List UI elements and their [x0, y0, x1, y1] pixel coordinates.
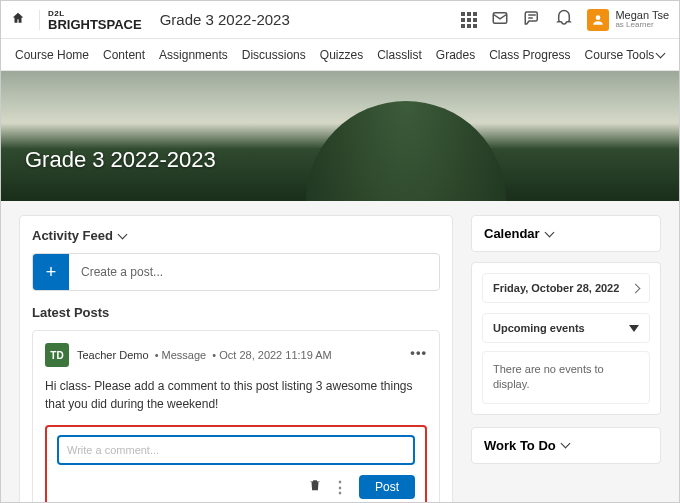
plus-icon: + — [33, 254, 69, 290]
calendar-date: Friday, October 28, 2022 — [493, 282, 619, 294]
calendar-body: Friday, October 28, 2022 Upcoming events… — [471, 262, 661, 415]
work-to-do-title: Work To Do — [484, 438, 556, 453]
course-title-top: Grade 3 2022-2023 — [160, 11, 290, 28]
latest-posts-heading: Latest Posts — [32, 305, 440, 320]
calendar-date-row[interactable]: Friday, October 28, 2022 — [482, 273, 650, 303]
notifications-icon[interactable] — [555, 9, 573, 31]
top-bar: D2L BRIGHTSPACE Grade 3 2022-2023 Megan … — [1, 1, 679, 39]
create-post-box[interactable]: + Create a post... — [32, 253, 440, 291]
nav-course-tools[interactable]: Course Tools — [585, 48, 665, 62]
caret-down-icon — [629, 325, 639, 332]
logo-bottom: BRIGHTSPACE — [48, 18, 142, 31]
nav-grades[interactable]: Grades — [436, 48, 475, 62]
course-nav: Course Home Content Assignments Discussi… — [1, 39, 679, 71]
home-icon[interactable] — [11, 11, 31, 29]
post-author-avatar: TD — [45, 343, 69, 367]
post-timestamp: Oct 28, 2022 11:19 AM — [219, 349, 332, 361]
nav-course-home[interactable]: Course Home — [15, 48, 89, 62]
no-events-message: There are no events to display. — [482, 351, 650, 404]
user-role: as Learner — [615, 21, 669, 30]
nav-class-progress[interactable]: Class Progress — [489, 48, 570, 62]
calendar-header[interactable]: Calendar — [471, 215, 661, 252]
nav-discussions[interactable]: Discussions — [242, 48, 306, 62]
brightspace-logo[interactable]: D2L BRIGHTSPACE — [48, 10, 142, 30]
post-author: Teacher Demo — [77, 349, 149, 361]
upcoming-label: Upcoming events — [493, 322, 585, 334]
activity-feed-title: Activity Feed — [32, 228, 113, 243]
post-meta: Teacher Demo • Message • Oct 28, 2022 11… — [77, 349, 332, 361]
top-icon-group — [461, 9, 573, 31]
divider — [39, 10, 40, 30]
nav-assignments[interactable]: Assignments — [159, 48, 228, 62]
nav-quizzes[interactable]: Quizzes — [320, 48, 363, 62]
post-type: Message — [162, 349, 207, 361]
activity-feed-header[interactable]: Activity Feed — [32, 228, 440, 243]
upcoming-events-toggle[interactable]: Upcoming events — [482, 313, 650, 343]
nav-classlist[interactable]: Classlist — [377, 48, 422, 62]
banner-title: Grade 3 2022-2023 — [25, 147, 216, 173]
activity-feed-panel: Activity Feed + Create a post... Latest … — [19, 215, 453, 503]
chevron-down-icon — [117, 229, 127, 239]
chevron-down-icon — [656, 48, 666, 58]
user-avatar-icon — [587, 9, 609, 31]
user-menu[interactable]: Megan Tse as Learner — [587, 9, 669, 31]
nav-content[interactable]: Content — [103, 48, 145, 62]
post-comment-button[interactable]: Post — [359, 475, 415, 499]
messages-icon[interactable] — [523, 9, 541, 31]
work-to-do-header[interactable]: Work To Do — [471, 427, 661, 464]
chevron-right-icon — [631, 283, 641, 293]
delete-comment-icon[interactable] — [308, 478, 322, 496]
post-card: TD Teacher Demo • Message • Oct 28, 2022… — [32, 330, 440, 503]
comment-input[interactable] — [57, 435, 415, 465]
create-post-placeholder: Create a post... — [69, 265, 163, 279]
chevron-down-icon — [560, 439, 570, 449]
app-switcher-icon[interactable] — [461, 12, 477, 28]
calendar-title: Calendar — [484, 226, 540, 241]
chevron-down-icon — [544, 227, 554, 237]
comment-more-icon[interactable]: ⋮ — [332, 478, 349, 497]
post-body: Hi class- Please add a comment to this p… — [45, 377, 427, 413]
post-more-icon[interactable]: ••• — [410, 345, 427, 360]
course-banner: Grade 3 2022-2023 — [1, 71, 679, 201]
comment-highlight-frame: ⋮ Post — [45, 425, 427, 503]
mail-icon[interactable] — [491, 9, 509, 31]
